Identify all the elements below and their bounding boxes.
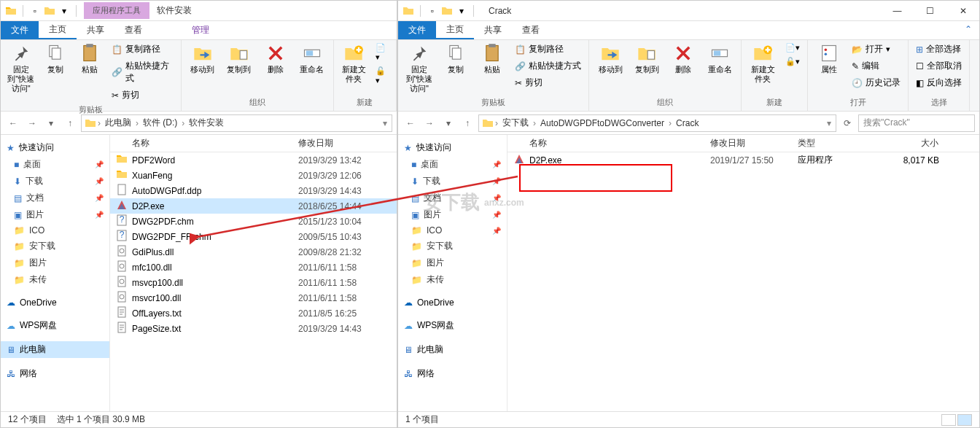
breadcrumb[interactable]: 安下载 xyxy=(499,117,532,129)
titlebar[interactable]: ▫ ▾ 应用程序工具 软件安装 xyxy=(1,1,397,21)
file-row[interactable]: OffLayers.txt2011/8/5 16:25 xyxy=(110,306,397,321)
nav-quick-access[interactable]: ★快速访问 xyxy=(398,139,507,156)
nav-desktop[interactable]: ■桌面📌 xyxy=(398,156,507,173)
delete-button[interactable]: 删除 xyxy=(259,42,292,76)
new-item-button[interactable]: 📄▾ xyxy=(782,42,803,54)
paste-button[interactable]: 粘贴 xyxy=(74,42,106,76)
recent-button[interactable]: ▾ xyxy=(440,115,456,131)
new-item-button[interactable]: 📄▾ xyxy=(373,42,392,63)
ribbon-toggle-icon[interactable]: ⌃ xyxy=(957,21,979,39)
tab-file[interactable]: 文件 xyxy=(398,21,436,39)
forward-button[interactable]: → xyxy=(421,115,438,131)
recent-button[interactable]: ▾ xyxy=(43,115,59,131)
file-row[interactable]: GdiPlus.dll2009/8/28 21:32 xyxy=(110,244,397,260)
newfolder-button[interactable]: 新建文件夹 xyxy=(338,42,370,85)
address-bar[interactable]: › 安下载› AutoDWGPDFtoDWGConverter› Crack ▾ xyxy=(478,114,836,132)
file-row[interactable]: PageSize.txt2019/3/29 14:43 xyxy=(110,321,397,336)
file-row[interactable]: ?DWG2PDF.chm2015/1/23 10:04 xyxy=(110,214,397,229)
copyto-button[interactable]: 复制到 xyxy=(630,42,664,76)
col-size[interactable]: 大小 xyxy=(872,137,945,149)
file-row[interactable]: mfc100.dll2011/6/11 1:58 xyxy=(110,260,397,275)
edit-button[interactable]: ✎编辑 xyxy=(849,58,903,74)
nav-anxz[interactable]: 📁安下载 xyxy=(398,238,507,254)
nav-desktop[interactable]: ■桌面📌 xyxy=(1,156,109,173)
rename-button[interactable]: 重命名 xyxy=(295,42,329,76)
newfolder-button[interactable]: 新建文件夹 xyxy=(746,42,779,85)
open-button[interactable]: 📂打开▾ xyxy=(849,42,903,57)
file-row[interactable]: D2P.exe2019/1/27 15:50应用程序8,017 KB xyxy=(508,152,979,168)
breadcrumb[interactable]: AutoDWGPDFtoDWGConverter xyxy=(537,118,667,128)
tab-view[interactable]: 查看 xyxy=(512,21,550,39)
nav-ico[interactable]: 📁ICO📌 xyxy=(398,223,507,238)
easy-access-button[interactable]: 🔓▾ xyxy=(782,55,803,68)
file-list[interactable]: 名称 修改日期 PDF2Word2019/3/29 13:42XuanFeng2… xyxy=(110,135,397,411)
search-input[interactable]: 搜索"Crack" xyxy=(858,114,975,132)
properties-button[interactable]: 属性 xyxy=(812,42,846,76)
minimize-button[interactable]: — xyxy=(881,1,914,21)
moveto-button[interactable]: 移动到 xyxy=(594,42,627,76)
titlebar[interactable]: ▫ ▾ Crack — ☐ ✕ xyxy=(398,1,979,21)
rename-button[interactable]: 重命名 xyxy=(703,42,736,76)
qat-dropdown-icon[interactable]: ▾ xyxy=(456,5,467,17)
file-row[interactable]: ?DWG2PDF_FR.chm2009/5/15 10:43 xyxy=(110,229,397,244)
copy-button[interactable]: 复制 xyxy=(39,42,71,76)
nav-network[interactable]: 🖧网络 xyxy=(398,365,507,382)
col-type[interactable]: 类型 xyxy=(792,137,872,149)
up-button[interactable]: ↑ xyxy=(62,115,78,131)
nav-pictures[interactable]: ▣图片📌 xyxy=(1,206,109,223)
nav-wps[interactable]: ☁WPS网盘 xyxy=(398,317,507,334)
nav-onedrive[interactable]: ☁OneDrive xyxy=(398,295,507,310)
nav-anxz[interactable]: 📁安下载 xyxy=(1,238,109,254)
tab-file[interactable]: 文件 xyxy=(1,21,39,39)
file-row[interactable]: msvcr100.dll2011/6/11 1:58 xyxy=(110,290,397,306)
nav-onedrive[interactable]: ☁OneDrive xyxy=(1,295,109,310)
nav-wps[interactable]: ☁WPS网盘 xyxy=(1,317,109,334)
nav-thispc[interactable]: 🖥此电脑 xyxy=(1,341,109,358)
nav-pic2[interactable]: 📁图片 xyxy=(398,254,507,271)
breadcrumb[interactable]: 软件安装 xyxy=(186,117,227,129)
file-list[interactable]: 名称 修改日期 类型 大小 D2P.exe2019/1/27 15:50应用程序… xyxy=(508,135,979,411)
copy-path-button[interactable]: 📋复制路径 xyxy=(109,42,176,57)
tab-home[interactable]: 主页 xyxy=(39,21,77,39)
nav-wc[interactable]: 📁未传 xyxy=(1,271,109,288)
nav-thispc[interactable]: 🖥此电脑 xyxy=(398,341,507,358)
cut-button[interactable]: ✂剪切 xyxy=(512,75,584,90)
breadcrumb[interactable]: Crack xyxy=(673,118,701,128)
nav-network[interactable]: 🖧网络 xyxy=(1,365,109,382)
qat-item-icon[interactable]: ▫ xyxy=(29,5,41,17)
nav-downloads[interactable]: ⬇下载📌 xyxy=(1,173,109,190)
close-button[interactable]: ✕ xyxy=(946,1,979,21)
file-row[interactable]: AutoDWGPdf.ddp2019/3/29 14:43 xyxy=(110,183,397,198)
qat-item-icon[interactable]: ▫ xyxy=(427,5,438,17)
chevron-down-icon[interactable]: ▾ xyxy=(381,118,389,128)
paste-button[interactable]: 粘贴 xyxy=(475,42,509,76)
nav-ico[interactable]: 📁ICO xyxy=(1,223,109,238)
navigation-pane[interactable]: ★快速访问 ■桌面📌 ⬇下载📌 ▤文档📌 ▣图片📌 📁ICO📌 📁安下载 📁图片… xyxy=(398,135,508,411)
back-button[interactable]: ← xyxy=(5,115,21,131)
qat-item-icon[interactable] xyxy=(441,5,453,17)
chevron-down-icon[interactable]: ▾ xyxy=(825,118,833,128)
nav-documents[interactable]: ▤文档📌 xyxy=(1,190,109,206)
navigation-pane[interactable]: ★快速访问 ■桌面📌 ⬇下载📌 ▤文档📌 ▣图片📌 📁ICO 📁安下载 📁图片 … xyxy=(1,135,110,411)
qat-dropdown-icon[interactable]: ▾ xyxy=(58,5,70,17)
copy-button[interactable]: 复制 xyxy=(439,42,472,76)
paste-shortcut-button[interactable]: 🔗粘贴快捷方式 xyxy=(109,58,176,86)
select-all-button[interactable]: ⊞全部选择 xyxy=(913,42,965,57)
file-row[interactable]: D2P.exe2018/6/25 14:44 xyxy=(110,198,397,214)
maximize-button[interactable]: ☐ xyxy=(914,1,946,21)
col-date[interactable]: 修改日期 xyxy=(704,137,792,149)
col-name[interactable]: 名称 xyxy=(110,137,292,149)
history-button[interactable]: 🕘历史记录 xyxy=(849,75,903,90)
qat-item-icon[interactable] xyxy=(44,5,55,17)
easy-access-button[interactable]: 🔓▾ xyxy=(373,65,392,87)
nav-wc[interactable]: 📁未传 xyxy=(398,271,507,288)
tab-home[interactable]: 主页 xyxy=(436,21,474,39)
select-none-button[interactable]: ☐全部取消 xyxy=(913,58,965,74)
copyto-button[interactable]: 复制到 xyxy=(222,42,256,76)
forward-button[interactable]: → xyxy=(24,115,40,131)
file-row[interactable]: PDF2Word2019/3/29 13:42 xyxy=(110,152,397,168)
address-bar[interactable]: › 此电脑› 软件 (D:)› 软件安装 ▾ xyxy=(81,114,392,132)
nav-quick-access[interactable]: ★快速访问 xyxy=(1,139,109,156)
copy-path-button[interactable]: 📋复制路径 xyxy=(512,42,584,57)
select-invert-button[interactable]: ◧反向选择 xyxy=(913,75,965,90)
